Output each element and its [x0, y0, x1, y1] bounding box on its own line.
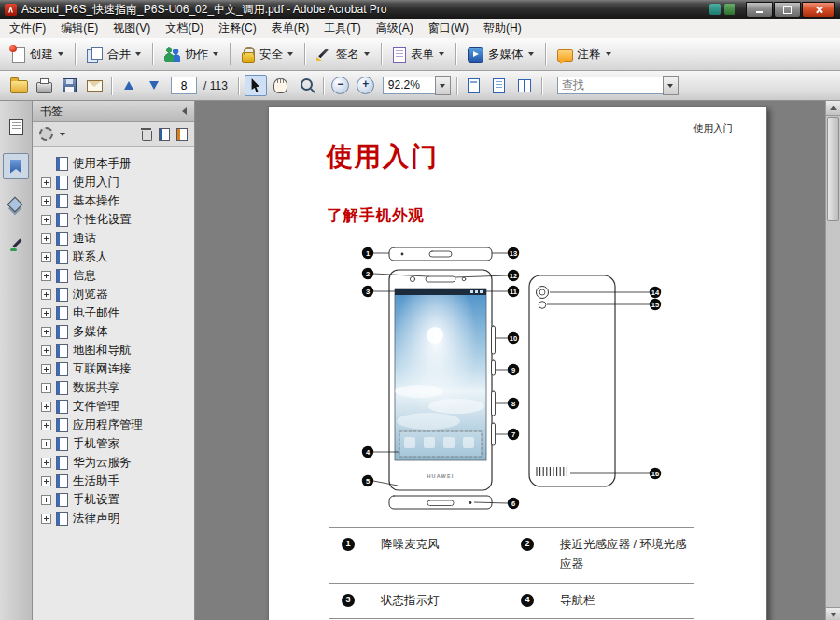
document-area[interactable]: 使用入门 使用入门 了解手机外观 [195, 101, 840, 620]
zoom-out-button[interactable] [329, 75, 352, 97]
comment-button[interactable]: 注释 [551, 44, 618, 65]
menu-item[interactable]: 文件(F) [2, 19, 53, 38]
expand-toggle-icon[interactable] [41, 196, 51, 206]
print-button[interactable] [33, 75, 55, 97]
expand-toggle-icon[interactable] [41, 402, 51, 412]
bookmark-label[interactable]: 使用入门 [73, 175, 119, 190]
expand-toggle-icon[interactable] [41, 345, 51, 356]
expand-toggle-icon[interactable] [41, 439, 51, 449]
bookmark-label[interactable]: 多媒体 [73, 324, 108, 340]
tray-icon[interactable] [709, 4, 721, 15]
marquee-zoom-button[interactable] [295, 75, 317, 97]
menu-item[interactable]: 注释(C) [211, 19, 264, 38]
continuous-view-button[interactable] [488, 75, 511, 97]
find-dropdown-button[interactable] [663, 76, 679, 95]
expand-toggle-icon[interactable] [41, 495, 51, 505]
hand-tool-button[interactable] [270, 75, 292, 97]
close-button[interactable] [802, 2, 835, 18]
highlight-bookmark-icon[interactable] [176, 128, 188, 141]
bookmark-label[interactable]: 手机管家 [73, 436, 119, 452]
bookmark-item[interactable]: 法律声明 [41, 509, 194, 528]
bookmark-label[interactable]: 华为云服务 [73, 455, 132, 471]
create-button[interactable]: 创建 [6, 44, 70, 65]
sign-button[interactable]: 签名 [310, 44, 376, 65]
bookmarks-panel-button[interactable] [3, 153, 29, 179]
open-button[interactable] [7, 75, 30, 97]
expand-toggle-icon[interactable] [41, 289, 51, 300]
expand-toggle-icon[interactable] [41, 252, 51, 262]
chevron-down-icon[interactable] [60, 133, 65, 136]
expand-toggle-icon[interactable] [41, 215, 51, 225]
expand-toggle-icon[interactable] [41, 383, 51, 393]
combine-button[interactable]: 合并 [80, 44, 147, 65]
vertical-scrollbar[interactable] [825, 101, 840, 620]
menu-item[interactable]: 高级(A) [369, 19, 421, 38]
secure-button[interactable]: 安全 [235, 43, 300, 65]
expand-toggle-icon[interactable] [41, 233, 51, 244]
bookmark-item[interactable]: 地图和导航 [41, 341, 194, 359]
bookmark-label[interactable]: 生活助手 [73, 473, 119, 489]
bookmark-item[interactable]: 多媒体 [41, 322, 194, 341]
expand-toggle-icon[interactable] [41, 271, 51, 281]
select-tool-button[interactable] [245, 75, 267, 96]
bookmark-label[interactable]: 文件管理 [73, 399, 119, 415]
expand-toggle-icon[interactable] [41, 327, 51, 337]
expand-toggle-icon[interactable] [41, 476, 51, 486]
bookmark-item[interactable]: 使用本手册 [41, 154, 194, 173]
scrollbar-thumb[interactable] [827, 117, 839, 221]
bookmark-label[interactable]: 互联网连接 [73, 361, 132, 377]
expand-toggle-icon[interactable] [41, 177, 51, 188]
pages-panel-button[interactable] [3, 114, 29, 140]
maximize-button[interactable] [774, 2, 801, 18]
bookmark-item[interactable]: 华为云服务 [41, 453, 194, 472]
bookmark-item[interactable]: 应用程序管理 [41, 416, 194, 434]
bookmark-item[interactable]: 手机设置 [41, 490, 194, 509]
bookmark-label[interactable]: 电子邮件 [73, 305, 119, 321]
bookmark-label[interactable]: 联系人 [73, 249, 108, 265]
scroll-down-button[interactable] [826, 607, 840, 620]
expand-toggle-icon[interactable] [41, 420, 51, 430]
email-button[interactable] [83, 75, 105, 97]
bookmark-label[interactable]: 基本操作 [73, 193, 119, 209]
bookmark-label[interactable]: 个性化设置 [73, 212, 132, 228]
menu-item[interactable]: 视图(V) [105, 19, 158, 38]
bookmark-label[interactable]: 信息 [73, 268, 96, 284]
bookmark-item[interactable]: 数据共享 [41, 378, 194, 397]
forms-button[interactable]: 表单 [386, 44, 451, 65]
menu-item[interactable]: 帮助(H) [476, 19, 529, 38]
bookmark-item[interactable]: 生活助手 [41, 472, 194, 490]
signatures-panel-button[interactable] [3, 232, 29, 258]
bookmark-item[interactable]: 基本操作 [41, 191, 194, 210]
multimedia-button[interactable]: 多媒体 [461, 44, 540, 65]
bookmark-item[interactable]: 信息 [41, 266, 194, 285]
bookmark-label[interactable]: 浏览器 [73, 287, 108, 303]
bookmark-item[interactable]: 文件管理 [41, 397, 194, 416]
bookmark-item[interactable]: 手机管家 [41, 434, 194, 453]
new-bookmark-icon[interactable] [159, 128, 170, 141]
scroll-up-button[interactable] [826, 101, 840, 116]
menu-item[interactable]: 工具(T) [316, 19, 368, 38]
menu-item[interactable]: 表单(R) [264, 19, 317, 38]
bookmark-label[interactable]: 法律声明 [73, 511, 119, 527]
delete-bookmark-icon[interactable] [142, 131, 152, 141]
zoom-in-button[interactable] [355, 75, 377, 97]
minimize-button[interactable] [746, 2, 773, 18]
save-button[interactable] [58, 75, 80, 97]
two-up-view-button[interactable] [513, 75, 536, 97]
bookmark-item[interactable]: 个性化设置 [41, 210, 194, 229]
expand-toggle-icon[interactable] [41, 458, 51, 468]
bookmark-item[interactable]: 电子邮件 [41, 303, 194, 322]
collaborate-button[interactable]: 协作 [158, 44, 225, 65]
gear-icon[interactable] [39, 127, 53, 141]
menu-item[interactable]: 文档(D) [158, 19, 211, 38]
layers-panel-button[interactable] [3, 192, 29, 218]
find-input[interactable] [557, 77, 664, 94]
tray-icon[interactable] [724, 4, 735, 15]
next-page-button[interactable] [143, 75, 165, 97]
expand-toggle-icon[interactable] [41, 514, 51, 524]
bookmark-label[interactable]: 数据共享 [73, 380, 119, 396]
bookmark-label[interactable]: 手机设置 [73, 492, 119, 508]
bookmark-item[interactable]: 联系人 [41, 247, 194, 266]
zoom-level-combo[interactable]: 92.2% [383, 76, 451, 95]
bookmark-item[interactable]: 浏览器 [41, 285, 194, 303]
